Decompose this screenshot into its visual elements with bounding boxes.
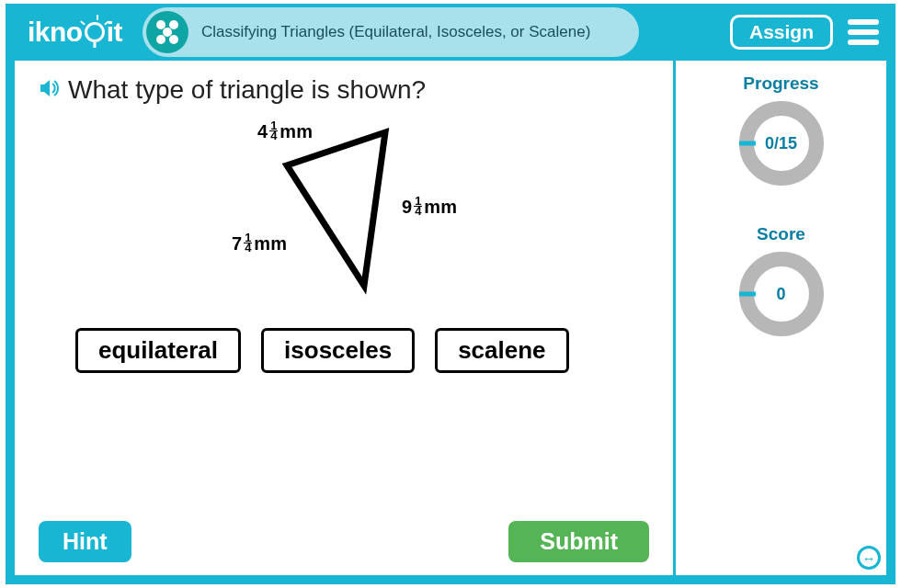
logo-text-left: ikno [28,17,83,48]
lesson-title: Classifying Triangles (Equilateral, Isos… [201,22,590,42]
action-buttons: Hint Submit [39,521,649,562]
menu-icon[interactable] [848,15,879,50]
option-equilateral[interactable]: equilateral [75,328,241,373]
option-scalene[interactable]: scalene [435,328,568,373]
triangle-diagram: 414mm 914mm 714mm [39,121,649,300]
side-a-label: 414mm [257,121,313,142]
option-isosceles[interactable]: isosceles [261,328,415,373]
side-b-label: 914mm [402,197,457,218]
lesson-title-pill: Classifying Triangles (Equilateral, Isos… [143,7,639,57]
expand-icon[interactable]: ↔ [857,546,881,570]
lesson-category-icon [146,11,188,53]
question-text: What type of triangle is shown? [68,75,426,105]
submit-button[interactable]: Submit [508,521,649,562]
answer-options: equilateral isosceles scalene [75,328,649,373]
progress-section: Progress 0/15 [676,74,886,187]
lightbulb-icon [85,22,105,42]
assign-button[interactable]: Assign [730,15,833,50]
score-value: 0 [776,285,785,304]
progress-label: Progress [676,74,886,94]
app-frame: ikno it Classifying Triangles (Equilater… [6,4,895,584]
speaker-icon[interactable] [39,79,61,102]
header-actions: Assign [730,15,879,50]
question-row: What type of triangle is shown? [39,75,649,105]
score-label: Score [676,224,886,244]
progress-value: 0/15 [765,134,797,153]
sidebar-panel: Progress 0/15 Score 0 [673,61,886,575]
svg-marker-0 [287,132,385,286]
content-area: What type of triangle is shown? 414mm 91… [15,61,886,575]
main-panel: What type of triangle is shown? 414mm 91… [15,61,673,575]
logo[interactable]: ikno it [28,17,122,48]
score-gauge: 0 [737,250,826,338]
side-c-label: 714mm [232,233,287,254]
hint-button[interactable]: Hint [39,521,131,562]
header-bar: ikno it Classifying Triangles (Equilater… [15,4,886,61]
score-section: Score 0 [676,224,886,338]
progress-gauge: 0/15 [737,99,826,187]
